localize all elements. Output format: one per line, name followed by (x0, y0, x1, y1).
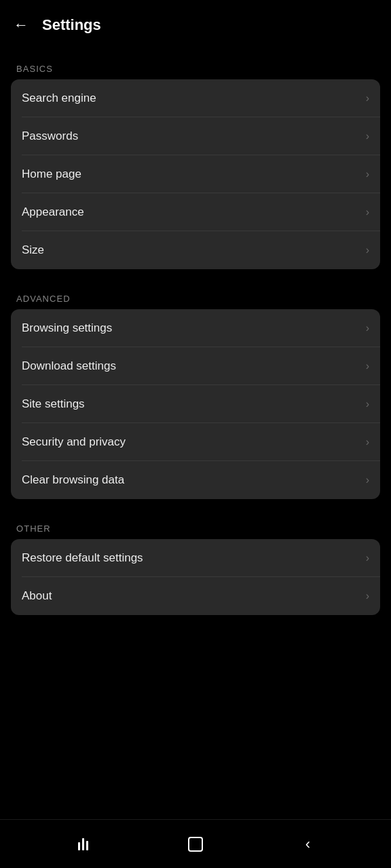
settings-item-browsing-settings[interactable]: Browsing settings › (11, 309, 380, 347)
chevron-right-icon: › (366, 244, 369, 256)
chevron-right-icon: › (366, 436, 369, 448)
search-engine-label: Search engine (22, 92, 96, 105)
home-button[interactable] (179, 827, 212, 861)
header: ← Settings (0, 0, 391, 50)
section-label-basics: BASICS (11, 56, 380, 79)
about-label: About (22, 589, 52, 603)
chevron-right-icon: › (366, 590, 369, 602)
browsing-settings-label: Browsing settings (22, 321, 112, 335)
settings-item-download-settings[interactable]: Download settings › (11, 347, 380, 385)
section-label-other: OTHER (11, 515, 380, 539)
other-card: Restore default settings › About › (11, 539, 380, 615)
settings-item-size[interactable]: Size › (11, 231, 380, 269)
back-button[interactable]: ← (11, 14, 31, 37)
restore-default-label: Restore default settings (22, 551, 143, 565)
chevron-right-icon: › (366, 474, 369, 486)
chevron-right-icon: › (366, 206, 369, 218)
back-nav-icon: ‹ (305, 835, 310, 853)
navigation-bar: ‹ (0, 819, 391, 868)
security-privacy-label: Security and privacy (22, 435, 126, 449)
advanced-card: Browsing settings › Download settings › … (11, 309, 380, 499)
chevron-right-icon: › (366, 398, 369, 410)
appearance-label: Appearance (22, 205, 84, 219)
settings-content: BASICS Search engine › Passwords › Home … (0, 50, 391, 819)
settings-item-clear-browsing-data[interactable]: Clear browsing data › (11, 461, 380, 499)
size-label: Size (22, 243, 44, 257)
back-icon: ← (14, 16, 29, 34)
basics-card: Search engine › Passwords › Home page › … (11, 79, 380, 269)
home-icon (188, 837, 203, 852)
settings-item-passwords[interactable]: Passwords › (11, 117, 380, 155)
recents-icon (78, 838, 88, 850)
settings-item-security-privacy[interactable]: Security and privacy › (11, 423, 380, 461)
chevron-right-icon: › (366, 322, 369, 334)
download-settings-label: Download settings (22, 359, 116, 373)
chevron-right-icon: › (366, 130, 369, 142)
settings-item-home-page[interactable]: Home page › (11, 155, 380, 193)
section-label-advanced: ADVANCED (11, 285, 380, 309)
settings-item-search-engine[interactable]: Search engine › (11, 79, 380, 117)
chevron-right-icon: › (366, 360, 369, 372)
page-title: Settings (42, 16, 101, 34)
chevron-right-icon: › (366, 168, 369, 180)
settings-item-restore-default[interactable]: Restore default settings › (11, 539, 380, 577)
settings-item-about[interactable]: About › (11, 577, 380, 615)
back-nav-button[interactable]: ‹ (291, 827, 324, 861)
site-settings-label: Site settings (22, 397, 85, 411)
recents-button[interactable] (67, 827, 100, 861)
settings-item-appearance[interactable]: Appearance › (11, 193, 380, 231)
clear-browsing-data-label: Clear browsing data (22, 473, 124, 487)
passwords-label: Passwords (22, 130, 78, 143)
chevron-right-icon: › (366, 92, 369, 104)
chevron-right-icon: › (366, 552, 369, 564)
home-page-label: Home page (22, 167, 81, 181)
settings-item-site-settings[interactable]: Site settings › (11, 385, 380, 423)
